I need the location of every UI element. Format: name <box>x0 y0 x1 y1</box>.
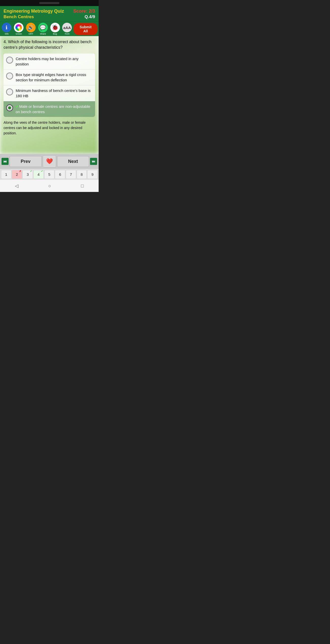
page-9[interactable]: 9 <box>87 170 98 179</box>
sound-label: OFF <box>29 33 33 35</box>
bug-button[interactable]: 🐞 Bug <box>49 23 61 35</box>
option-c-radio <box>6 88 13 95</box>
option-c-text: Minimum hardness of bench centre's base … <box>16 88 93 98</box>
prev-start-icon: ⏮ <box>2 158 9 165</box>
font-label: Font <box>65 33 69 35</box>
option-a-row[interactable]: Centre holders may be located in any pos… <box>4 54 95 69</box>
next-button[interactable]: Next <box>57 156 89 167</box>
info-label: Info <box>5 33 9 35</box>
share-icon: 💬 <box>38 23 48 32</box>
question-number-inline: 4. <box>4 40 8 44</box>
topic-title: Bench Centres <box>4 14 34 19</box>
app-container: Engineering Metrology Quiz Score: 2/3 Be… <box>0 6 99 192</box>
font-icon: aAA <box>62 23 72 32</box>
score-badge: Score: 2/3 <box>73 9 95 14</box>
page-1[interactable]: 1 <box>1 170 11 179</box>
checkmark-icon: ✔ <box>16 105 19 109</box>
page-6[interactable]: 6 <box>55 170 65 179</box>
content-inner: 4. Which of the following is incorrect a… <box>0 36 99 139</box>
option-b-text: Box type straight edges have a rigid cro… <box>16 72 93 83</box>
green-button[interactable]: Green <box>13 23 25 35</box>
page-7[interactable]: 7 <box>66 170 76 179</box>
page-5[interactable]: 5 <box>44 170 55 179</box>
page-numbers: 1 ✗ 2 ✓ 3 ✓ 4 5 6 7 8 9 <box>0 169 99 180</box>
phone-frame: Engineering Metrology Quiz Score: 2/3 Be… <box>0 0 99 192</box>
bug-icon: 🐞 <box>50 23 60 32</box>
page-8-label: 8 <box>81 172 83 177</box>
app-title: Engineering Metrology Quiz <box>4 9 64 14</box>
page-4-badge: ✓ <box>41 170 43 172</box>
page-3-label: 3 <box>27 172 29 177</box>
page-3-badge: ✓ <box>30 170 32 172</box>
question-number: Q.4/9 <box>84 14 95 19</box>
heart-button[interactable]: ❤️ <box>43 155 56 167</box>
green-label: Green <box>16 33 22 35</box>
radio-dot <box>8 106 11 109</box>
header-row2: Bench Centres Q.4/9 <box>4 14 95 19</box>
question-body: Which of the following is incorrect abou… <box>4 40 92 49</box>
svg-point-1 <box>17 26 20 29</box>
system-navigation: ◁ ○ □ <box>0 180 99 192</box>
page-8[interactable]: 8 <box>77 170 87 179</box>
option-a-radio <box>6 57 13 64</box>
info-button[interactable]: ℹ Info <box>1 23 12 35</box>
explanation-text: Along the vees of the centre holders, ma… <box>4 120 95 136</box>
page-4-label: 4 <box>37 172 39 177</box>
notch <box>39 2 59 4</box>
heart-icon: ❤️ <box>46 158 53 164</box>
option-d-text: ✔Male or female centres are non-adjustab… <box>16 104 93 115</box>
info-icon: ℹ <box>2 23 11 32</box>
option-a-text: Centre holders may be located in any pos… <box>16 56 93 67</box>
sound-icon: 🔊 <box>26 23 36 32</box>
green-icon <box>14 23 24 32</box>
page-2-label: 2 <box>16 172 18 177</box>
font-button[interactable]: aAA Font <box>61 23 73 35</box>
option-d-row[interactable]: ✔Male or female centres are non-adjustab… <box>4 101 95 117</box>
status-bar <box>0 0 99 6</box>
option-d-radio <box>6 104 13 111</box>
header-row1: Engineering Metrology Quiz Score: 2/3 <box>4 9 95 14</box>
page-6-label: 6 <box>59 172 61 177</box>
page-3[interactable]: ✓ 3 <box>23 170 33 179</box>
sound-button[interactable]: 🔊 OFF <box>25 23 37 35</box>
page-5-label: 5 <box>48 172 50 177</box>
bug-label: Bug <box>53 33 57 35</box>
options-container: Centre holders may be located in any pos… <box>4 54 95 117</box>
page-9-label: 9 <box>92 172 94 177</box>
toolbar: ℹ Info Green <box>0 21 99 36</box>
share-button[interactable]: 💬 Share <box>37 23 49 35</box>
bottom-navigation: ⏮ Prev ❤️ Next ⏭ <box>0 154 99 169</box>
page-2[interactable]: ✗ 2 <box>12 170 22 179</box>
question-text: 4. Which of the following is incorrect a… <box>4 39 95 51</box>
page-1-label: 1 <box>5 172 7 177</box>
next-end-icon: ⏭ <box>90 158 97 165</box>
option-b-radio <box>6 72 13 80</box>
page-7-label: 7 <box>70 172 72 177</box>
share-label: Share <box>40 33 46 35</box>
prev-button[interactable]: Prev <box>10 156 42 167</box>
home-button[interactable]: ○ <box>48 183 51 189</box>
content-area: 4. Which of the following is incorrect a… <box>0 36 99 154</box>
back-button[interactable]: ◁ <box>15 183 18 189</box>
option-c-row[interactable]: Minimum hardness of bench centre's base … <box>4 85 95 101</box>
recents-button[interactable]: □ <box>81 183 84 189</box>
page-4[interactable]: ✓ 4 <box>33 170 44 179</box>
submit-all-button[interactable]: Submit All <box>74 23 98 35</box>
option-b-row[interactable]: Box type straight edges have a rigid cro… <box>4 69 95 85</box>
page-2-badge: ✗ <box>19 170 21 172</box>
header: Engineering Metrology Quiz Score: 2/3 Be… <box>0 6 99 21</box>
